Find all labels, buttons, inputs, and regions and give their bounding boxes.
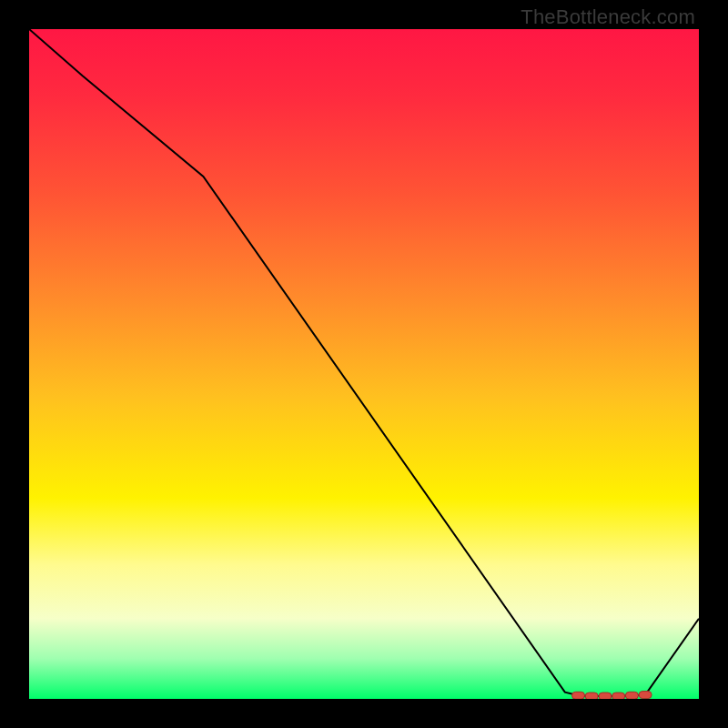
chart-svg (29, 29, 699, 699)
marker-point (585, 693, 598, 699)
bottom-marker-cluster (572, 692, 652, 699)
marker-point (599, 693, 612, 699)
plot-area (29, 29, 699, 699)
series-line (29, 29, 699, 696)
marker-point (625, 692, 638, 699)
marker-point (639, 692, 652, 699)
watermark-text: TheBottleneck.com (521, 5, 695, 29)
marker-point (572, 692, 585, 699)
marker-point (612, 693, 625, 699)
chart-stage: TheBottleneck.com (0, 0, 728, 728)
